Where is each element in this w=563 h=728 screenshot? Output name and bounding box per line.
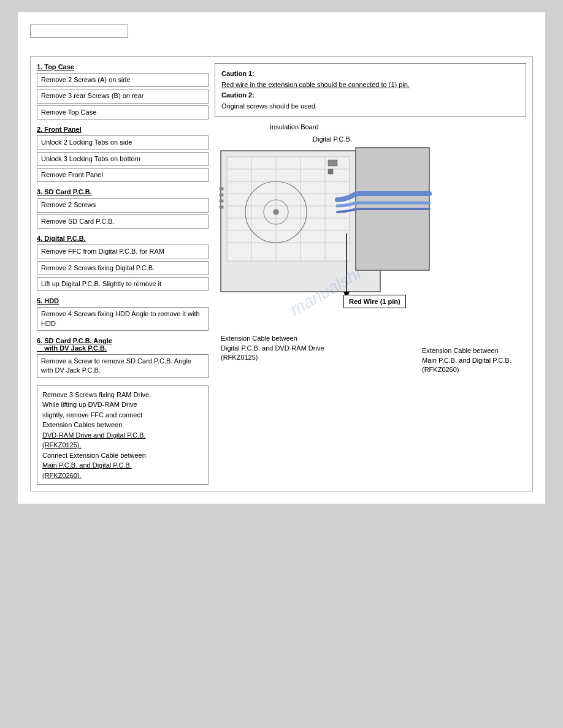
ext-cable-label-1: Extension Cable between Digital P.C.B. a…	[221, 334, 324, 362]
svg-rect-20	[220, 194, 223, 196]
right-panel: Caution 1: Red wire in the extension cab…	[215, 63, 526, 485]
note-box: Remove 3 Screws fixing RAM Drive. While …	[37, 385, 209, 485]
caution1-label: Caution 1:	[221, 70, 255, 77]
step-box: Unlock 2 Locking Tabs on side	[37, 135, 209, 150]
section-digital-pcb: 4. Digital P.C.B.	[37, 235, 209, 242]
step-box: Remove Front Panel	[37, 168, 209, 182]
step-box: Remove 2 Screws fixing Digital P.C.B.	[37, 261, 209, 275]
caution2-text: Original screws should be used.	[221, 102, 317, 110]
step-box: Remove SD Card P.C.B.	[37, 214, 209, 229]
note-text: Remove 3 Screws fixing RAM Drive. While …	[42, 391, 151, 479]
step-box: Remove Top Case	[37, 105, 209, 119]
top-bar	[30, 25, 128, 38]
section-top-case: 1. Top Case	[37, 63, 209, 70]
caution-box: Caution 1: Red wire in the extension cab…	[215, 63, 526, 117]
step-box: Remove 2 Screws (A) on side	[37, 73, 209, 87]
step-box: Lift up Digital P.C.B. Slightly to remov…	[37, 277, 209, 291]
ext-cable-label-2: Extension Cable between Main P.C.B. and …	[422, 346, 526, 374]
section-front-panel: 2. Front Panel	[37, 126, 209, 133]
red-wire-box: Red Wire (1 pin)	[343, 295, 406, 308]
step-box: Remove FFC from Digital P.C.B. for RAM	[37, 245, 209, 259]
section-sd-card-angle: 6. SD Card P.C.B. Angle with DV Jack P.C…	[37, 337, 209, 352]
step-box: Remove 4 Screws fixing HDD Angle to remo…	[37, 307, 209, 331]
diagram-area: Insulation Board Digital P.C.B.	[215, 123, 526, 381]
section-sd-card-pcb: 3. SD Card P.C.B.	[37, 188, 209, 195]
caution2-label: Caution 2:	[221, 91, 255, 99]
svg-rect-21	[220, 200, 223, 202]
svg-rect-19	[220, 188, 223, 190]
page: 1. Top Case Remove 2 Screws (A) on side …	[18, 12, 545, 504]
left-panel: 1. Top Case Remove 2 Screws (A) on side …	[37, 63, 209, 485]
caution1-text: Red wire in the extension cable should b…	[221, 81, 410, 88]
digital-pcb-label: Digital P.C.B.	[313, 135, 352, 143]
svg-rect-23	[328, 160, 337, 166]
svg-point-16	[273, 209, 279, 215]
svg-rect-24	[328, 169, 333, 174]
step-box: Remove 3 rear Screws (B) on rear	[37, 89, 209, 103]
step-box: Remove 2 Screws	[37, 198, 209, 212]
step-box: Remove a Screw to remove SD Card P.C.B. …	[37, 354, 209, 378]
step-box: Unlock 3 Locking Tabs on bottom	[37, 152, 209, 166]
content-area: 1. Top Case Remove 2 Screws (A) on side …	[30, 56, 533, 491]
device-diagram-svg: manualshi	[215, 145, 442, 347]
svg-rect-22	[220, 206, 223, 208]
insulation-board-label: Insulation Board	[270, 123, 319, 131]
section-hdd: 5. HDD	[37, 297, 209, 305]
